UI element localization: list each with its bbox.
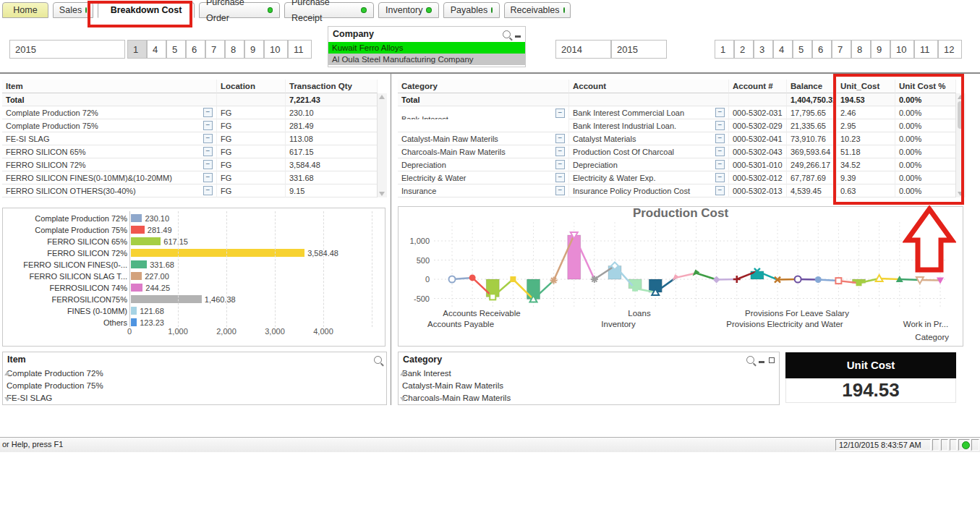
- scroll-up-arrow[interactable]: [400, 371, 406, 375]
- location-cell[interactable]: FG: [217, 119, 286, 132]
- location-cell[interactable]: FG: [217, 145, 286, 158]
- month-cell[interactable]: 10: [264, 40, 288, 59]
- location-cell[interactable]: FG: [217, 158, 286, 171]
- month-cell[interactable]: 7: [205, 40, 225, 59]
- month-cell[interactable]: 5: [793, 40, 812, 59]
- month-cell[interactable]: 8: [225, 40, 244, 59]
- collapse-minus-icon[interactable]: −: [715, 173, 725, 182]
- company-item[interactable]: Al Oula Steel Manufacturing Company: [328, 54, 525, 65]
- item-cell[interactable]: FERRO SILICON OTHERS(30-40%)−: [2, 184, 217, 197]
- collapse-minus-icon[interactable]: −: [203, 173, 213, 182]
- chart-marker[interactable]: [876, 275, 883, 281]
- account-number-cell[interactable]: 000-5301-010: [729, 158, 787, 171]
- table-row[interactable]: Catalyst-Main Raw Materils−Catalyst Mate…: [398, 132, 966, 145]
- chart-marker[interactable]: [490, 294, 495, 300]
- chart-marker[interactable]: [510, 276, 516, 282]
- tab-payables[interactable]: Payables: [443, 2, 500, 18]
- table-row[interactable]: FE-SI SLAG−FG113.08: [2, 132, 387, 145]
- production-cost-chart-svg[interactable]: Production Cost1,0005000-500Accounts Rec…: [399, 207, 963, 346]
- chart-marker[interactable]: [795, 276, 801, 283]
- column-header[interactable]: Location: [217, 80, 286, 93]
- tab-purchase-order[interactable]: Purchase Order: [199, 2, 280, 18]
- account-number-cell[interactable]: 000-5302-043: [729, 145, 787, 158]
- scroll-up-arrow[interactable]: [958, 95, 963, 99]
- item-cell[interactable]: Complate Production 72%−: [2, 106, 217, 119]
- column-header[interactable]: Item: [2, 80, 217, 93]
- account-number-cell[interactable]: 000-5302-031: [729, 106, 787, 119]
- account-number-cell[interactable]: 000-5302-029: [729, 119, 787, 132]
- item-listbox-item[interactable]: FE-SI SLAG: [3, 392, 386, 404]
- collapse-minus-icon[interactable]: −: [715, 121, 725, 130]
- maximize-icon[interactable]: [769, 357, 775, 363]
- bar[interactable]: [131, 295, 202, 303]
- month-cell[interactable]: 4: [773, 40, 793, 59]
- year-cell[interactable]: 2015: [9, 40, 125, 59]
- bar[interactable]: [131, 307, 137, 315]
- tab-receivables[interactable]: Receivables: [504, 2, 571, 18]
- collapse-minus-icon[interactable]: −: [555, 109, 565, 118]
- table-row[interactable]: FERRO SILICON OTHERS(30-40%)−FG9.15: [2, 184, 387, 197]
- month-cell[interactable]: 7: [832, 40, 851, 59]
- item-listbox-item[interactable]: Complate Production 72%: [3, 368, 386, 380]
- chart-marker[interactable]: [449, 276, 456, 283]
- chart-marker[interactable]: [856, 280, 862, 286]
- search-icon[interactable]: [503, 30, 511, 38]
- item-cell[interactable]: FERRO SILICON 65%−: [2, 145, 217, 158]
- location-cell[interactable]: FG: [217, 171, 286, 184]
- collapse-minus-icon[interactable]: −: [555, 173, 565, 182]
- month-cell[interactable]: 11: [288, 40, 312, 59]
- scroll-up-arrow[interactable]: [379, 95, 385, 99]
- tab-purchase-receipt[interactable]: Purchase Receipt: [284, 2, 374, 18]
- table-row[interactable]: Bank Interest−Bank Interest Commercial L…: [398, 106, 966, 119]
- month-cell[interactable]: 6: [812, 40, 832, 59]
- month-cell[interactable]: 1: [715, 40, 734, 59]
- item-cell[interactable]: Complate Production 75%−: [2, 119, 217, 132]
- collapse-minus-icon[interactable]: −: [203, 108, 213, 117]
- location-cell[interactable]: FG: [217, 184, 286, 197]
- collapse-minus-icon[interactable]: −: [715, 147, 725, 156]
- chart-marker[interactable]: [713, 276, 720, 284]
- table-row[interactable]: Bank Interest Industrial Loan.−000-5302-…: [398, 119, 966, 132]
- chart-marker[interactable]: [835, 278, 841, 284]
- collapse-minus-icon[interactable]: −: [555, 134, 565, 143]
- collapse-minus-icon[interactable]: −: [203, 147, 213, 156]
- item-qty-bar-chart[interactable]: Complate Production 72%230.10Complate Pr…: [2, 208, 385, 347]
- collapse-minus-icon[interactable]: −: [203, 134, 213, 143]
- bar[interactable]: [131, 260, 147, 268]
- bar[interactable]: [131, 226, 145, 234]
- category-cell[interactable]: Electricity & Water−: [398, 171, 569, 184]
- bar[interactable]: [131, 214, 142, 222]
- account-cell[interactable]: Catalyst Materials−: [569, 132, 729, 145]
- month-cell[interactable]: 1: [127, 40, 147, 59]
- column-header[interactable]: Transaction Qty: [286, 80, 378, 93]
- item-cell[interactable]: FERRO SILICON 72%−: [2, 158, 217, 171]
- category-cell[interactable]: Charcoals-Main Raw Materils−: [398, 145, 569, 158]
- chart-marker[interactable]: [469, 274, 476, 281]
- scroll-down-arrow[interactable]: [958, 192, 963, 196]
- collapse-minus-icon[interactable]: −: [203, 160, 213, 169]
- collapse-minus-icon[interactable]: −: [203, 186, 213, 195]
- table-row[interactable]: Electricity & Water−Electricity & Water …: [398, 171, 966, 184]
- month-cell[interactable]: 3: [754, 40, 773, 59]
- year-cell[interactable]: 2015: [611, 40, 667, 59]
- table-scrollbar[interactable]: [955, 93, 966, 197]
- table-row[interactable]: Insurance−Insurance Policy Production Co…: [398, 184, 966, 197]
- category-cell[interactable]: Depreciation−: [398, 158, 569, 171]
- account-cell[interactable]: Production Cost Of Charcoal−: [569, 145, 729, 158]
- month-cell[interactable]: 11: [914, 40, 938, 59]
- location-cell[interactable]: FG: [217, 132, 286, 145]
- month-cell[interactable]: 10: [890, 40, 914, 59]
- collapse-minus-icon[interactable]: −: [555, 160, 565, 169]
- scroll-down-arrow[interactable]: [4, 397, 10, 402]
- account-cell[interactable]: Electricity & Water Exp.−: [569, 171, 729, 184]
- account-number-cell[interactable]: 000-5302-013: [729, 184, 787, 197]
- table-row[interactable]: FERRO SILICON FINES(0-10MM)&(10-20MM)−FG…: [2, 171, 387, 184]
- month-cell[interactable]: 2: [734, 40, 754, 59]
- tab-inventory[interactable]: Inventory: [378, 2, 439, 18]
- collapse-minus-icon[interactable]: −: [715, 186, 725, 195]
- category-cell[interactable]: [398, 119, 569, 132]
- month-cell[interactable]: 5: [166, 40, 186, 59]
- column-header[interactable]: Account #: [729, 80, 787, 93]
- scroll-down-arrow[interactable]: [379, 192, 385, 196]
- tab-breakdown-cost[interactable]: Breakdown Cost: [98, 2, 195, 18]
